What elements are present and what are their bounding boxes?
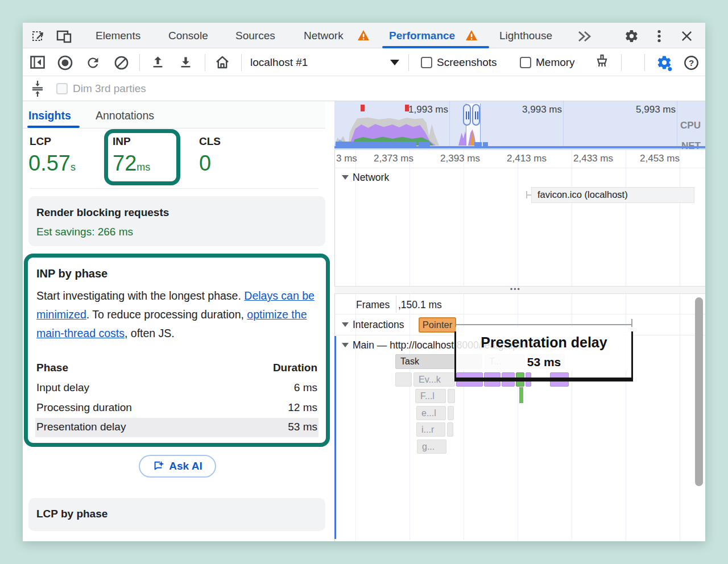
annotation-value: 53 ms: [456, 355, 632, 369]
close-icon[interactable]: [680, 30, 693, 43]
tab-performance[interactable]: Performance: [389, 30, 455, 42]
main-track-selected-indicator: [334, 336, 336, 539]
interaction-whisker: [456, 324, 632, 325]
frames-track-label[interactable]: Frames: [356, 299, 390, 311]
devtools-window: Elements Console Sources Network Perform…: [0, 0, 728, 564]
network-track-label[interactable]: Network: [353, 172, 389, 184]
kebab-menu-icon[interactable]: [655, 29, 663, 43]
tab-elements[interactable]: Elements: [96, 30, 140, 42]
phase-row-presentation: Presentation delay: [36, 421, 126, 433]
more-tabs-icon[interactable]: [577, 30, 593, 43]
selection-handle-left[interactable]: [463, 104, 471, 126]
network-request-chip[interactable]: favicon.ico (localhost): [531, 187, 694, 203]
cls-label: CLS: [199, 135, 221, 148]
history-dropdown-icon[interactable]: [390, 60, 399, 65]
timeline-marker-flag: [361, 105, 365, 111]
render-blocking-card[interactable]: Render blocking requests Est savings: 26…: [28, 196, 325, 246]
network-warning-icon: [357, 30, 370, 41]
collapse-tracks-icon[interactable]: [31, 80, 44, 97]
cls-value: 0: [199, 151, 211, 176]
screenshots-label[interactable]: Screenshots: [437, 56, 497, 69]
clear-icon[interactable]: [114, 55, 129, 70]
history-selector[interactable]: localhost #1: [250, 56, 308, 69]
net-activity-bar: [419, 142, 430, 146]
memory-checkbox[interactable]: [520, 57, 531, 68]
phase-column-header: Phase: [36, 362, 68, 374]
interactions-track-label[interactable]: Interactions: [353, 319, 404, 331]
phase-row-processing: Processing duration: [36, 401, 132, 414]
download-icon[interactable]: [178, 55, 193, 70]
tab-lighthouse[interactable]: Lighthouse: [499, 30, 552, 42]
tab-annotations[interactable]: Annotations: [96, 109, 154, 122]
settings-gear-icon[interactable]: [624, 29, 639, 43]
frame-duration-label: ,150.1 ms: [398, 299, 442, 311]
flame-bar-function[interactable]: F...l: [415, 389, 446, 403]
net-activity-bar: [483, 142, 488, 146]
ask-ai-sparkle-icon: [152, 460, 165, 472]
tab-network[interactable]: Network: [304, 30, 344, 42]
capture-settings-gear-icon[interactable]: [656, 54, 673, 71]
device-toolbar-icon[interactable]: [56, 29, 73, 44]
inspect-icon[interactable]: [32, 30, 46, 43]
minimap-bottom-strip: [334, 146, 705, 148]
toolbar-separator: [139, 54, 140, 71]
dim-3rd-parties-label: Dim 3rd parties: [73, 82, 146, 95]
tab-insights[interactable]: Insights: [28, 109, 71, 122]
screenshots-checkbox[interactable]: [421, 57, 432, 68]
annotation-bracket-bottom: [454, 378, 633, 381]
minimap-gridline: [449, 101, 450, 146]
selection-handle-right[interactable]: [472, 104, 480, 126]
flame-bar-function[interactable]: i...r: [416, 422, 445, 437]
toolbar-separator: [205, 54, 205, 71]
minimap-gridline: [563, 101, 564, 146]
flame-bar-function[interactable]: e...l: [416, 406, 446, 420]
upload-icon[interactable]: [150, 55, 166, 70]
toolbar-separator: [644, 54, 645, 71]
interactions-expander-icon[interactable]: [342, 322, 349, 327]
memory-label[interactable]: Memory: [536, 56, 575, 69]
toolbar-separator: [241, 54, 242, 71]
toolbar-separator: [621, 54, 622, 71]
inp-annotation-box: [104, 129, 180, 185]
ask-ai-button[interactable]: Ask AI: [139, 455, 216, 478]
network-expander-icon[interactable]: [342, 175, 349, 180]
tab-console[interactable]: Console: [168, 30, 208, 42]
dim-3rd-parties-checkbox[interactable]: [56, 83, 68, 94]
inp-by-phase-description: Start investigating with the longest pha…: [36, 287, 321, 343]
performance-warning-icon: [465, 30, 478, 41]
net-activity-bar: [474, 142, 482, 146]
splitter-grip-dots[interactable]: •••: [510, 285, 521, 293]
duration-column-header: Duration: [232, 362, 317, 374]
lcp-label: LCP: [30, 135, 51, 148]
annotation-title: Presentation delay: [456, 334, 632, 351]
cpu-lane-label: CPU: [660, 120, 701, 131]
pointer-interaction-badge[interactable]: Pointer: [419, 317, 456, 333]
lcp-value: 0.57s: [28, 151, 76, 176]
toolbar-separator: [408, 54, 409, 71]
metrics-divider: [30, 188, 318, 189]
network-request-tick: [526, 191, 527, 198]
record-icon[interactable]: [57, 55, 73, 71]
timeline-marker-flag: [405, 105, 409, 111]
tab-sources[interactable]: Sources: [235, 30, 275, 42]
net-activity-bar: [336, 142, 416, 146]
phase-row-input-delay: Input delay: [36, 381, 89, 394]
svg-text:?: ?: [689, 58, 694, 68]
toggle-sidebar-icon[interactable]: [30, 55, 46, 69]
help-icon[interactable]: ?: [684, 55, 699, 70]
reload-icon[interactable]: [85, 55, 101, 70]
insights-tab-underline: [27, 126, 80, 128]
main-expander-icon[interactable]: [342, 343, 349, 347]
inp-by-phase-title: INP by phase: [36, 267, 107, 280]
flame-bar-event[interactable]: Ev...k: [413, 372, 455, 387]
home-icon[interactable]: [214, 55, 230, 70]
lcp-by-phase-card[interactable]: LCP by phase: [28, 498, 325, 531]
vertical-scrollbar[interactable]: [695, 297, 703, 486]
flame-bar-function[interactable]: g...: [417, 439, 446, 454]
paint-marker-line: [519, 387, 523, 403]
collect-garbage-icon[interactable]: [593, 54, 611, 71]
